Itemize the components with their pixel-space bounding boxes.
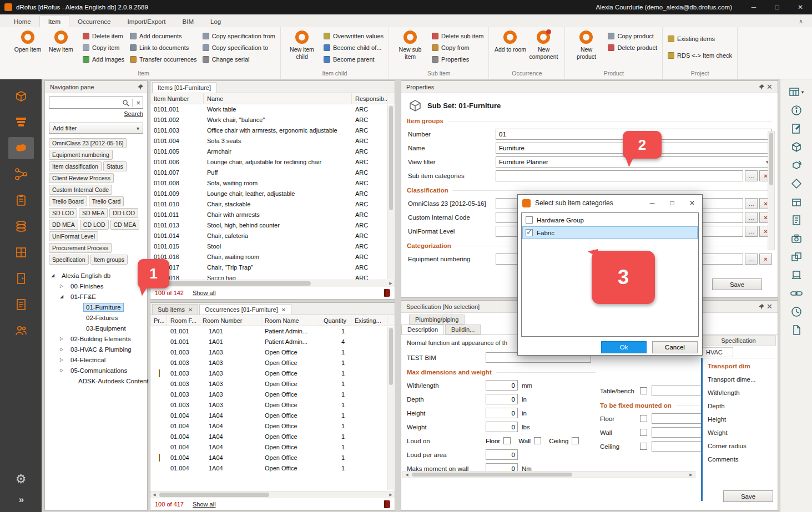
new-product-button[interactable]: New product — [570, 28, 602, 69]
properties-scrollbar[interactable] — [768, 131, 775, 250]
link-icon[interactable] — [790, 284, 803, 302]
pin-icon[interactable] — [137, 84, 144, 90]
new-sub-item-button[interactable]: New sub item — [394, 28, 426, 69]
ribbon-tab[interactable]: BIM — [174, 16, 202, 27]
column-room-name[interactable]: Room Name — [261, 315, 320, 326]
close-panel-icon[interactable]: ✕ — [765, 302, 774, 311]
browse-ellipsis-icon[interactable]: … — [745, 198, 758, 209]
column-room-number[interactable]: Room Number — [199, 315, 261, 326]
category-row[interactable]: Hardware Group — [522, 214, 698, 226]
add-to-room-button[interactable]: Add to room — [494, 28, 526, 69]
item-row[interactable]: 0101.018 Sacco bag ARC — [150, 273, 387, 280]
tree-item[interactable]: ◢ 01-FF&E — [49, 291, 143, 302]
item-row[interactable]: 0101.013 Stool, high, behind counter ARC — [150, 220, 387, 231]
fixed-mounted-checkbox[interactable] — [640, 443, 647, 450]
filter-chip[interactable]: SD MEA — [79, 208, 108, 218]
dimension-input[interactable] — [486, 408, 518, 418]
scroll-right-icon[interactable]: ▶ — [387, 280, 395, 287]
link-to-documents-button[interactable]: Link to documents — [130, 43, 197, 53]
close-icon[interactable]: ✕ — [682, 195, 702, 211]
item-row[interactable]: 0101.001 Work table ARC — [150, 104, 387, 115]
ribbon-tab[interactable]: Item — [39, 16, 69, 27]
expand-sidebar-icon[interactable]: » — [19, 494, 23, 505]
cancel-button[interactable]: Cancel — [652, 341, 698, 353]
reports-icon[interactable] — [8, 293, 34, 316]
rds-item-check-button[interactable]: RDS <-> Item check — [668, 50, 732, 60]
occurrences-horizontal-scrollbar[interactable]: ◀ ▶ — [150, 491, 395, 498]
occurrences-vertical-scrollbar[interactable] — [387, 327, 394, 490]
scroll-right-icon[interactable]: ▶ — [387, 491, 395, 498]
copy-from-button[interactable]: Copy from — [432, 43, 483, 53]
fixed-mounted-input[interactable] — [652, 441, 705, 452]
column-product[interactable]: Pr... — [150, 315, 167, 326]
filter-chip[interactable]: Procurement Process — [49, 243, 112, 253]
bim-object-icon[interactable] — [791, 138, 802, 156]
camera-icon[interactable] — [791, 229, 802, 247]
tree-expander-icon[interactable]: ▷ — [60, 347, 68, 352]
history-clock-icon[interactable] — [791, 302, 802, 321]
item-row[interactable]: 0101.002 Work chair, "balance" ARC — [150, 115, 387, 125]
pin-icon[interactable] — [758, 303, 765, 310]
fixed-mounted-input[interactable] — [652, 413, 705, 424]
tab-hvac[interactable]: HVAC — [701, 347, 733, 357]
tree-item[interactable]: ◢ Alexia English db — [49, 270, 143, 281]
delete-product-button[interactable]: Delete product — [608, 43, 657, 53]
pin-icon[interactable] — [758, 84, 765, 90]
ribbon-tab[interactable]: Home — [6, 16, 39, 27]
layers-stack-icon[interactable] — [8, 111, 34, 133]
occurrence-row[interactable]: 01.001 1A01 Patient Admin... 4 — [150, 337, 387, 347]
log-book-icon[interactable] — [384, 289, 390, 297]
transfer-occurrences-button[interactable]: Transfer occurrences — [130, 54, 197, 64]
spec-nav-item[interactable]: Weight — [708, 429, 776, 436]
filter-chip[interactable]: CD LOD — [80, 220, 109, 230]
items-vertical-scrollbar[interactable] — [387, 105, 394, 279]
scroll-left-icon[interactable]: ◀ — [403, 472, 411, 478]
tab-sub-items[interactable]: Sub items ✕ — [152, 304, 198, 315]
specification-save-button[interactable]: Save — [723, 490, 773, 502]
become-parent-button[interactable]: Become parent — [324, 54, 384, 64]
tree-item[interactable]: ADSK-Autodesk Content — [49, 376, 143, 386]
dimension-input[interactable] — [486, 380, 518, 391]
item-row[interactable]: 0101.016 Chair, waiting room ARC — [150, 252, 387, 262]
tree-expander-icon[interactable]: ▷ — [60, 336, 68, 341]
tree-item[interactable]: ▷ 04-Electrical — [49, 354, 143, 365]
table-bench-checkbox[interactable] — [640, 387, 647, 394]
search-input[interactable] — [52, 99, 122, 106]
tree-item[interactable]: ▷ 03-HVAC & Plumbing — [49, 344, 143, 354]
ribbon-tab[interactable]: Log — [202, 16, 229, 27]
column-quantity[interactable]: Quantity — [320, 315, 351, 326]
category-checkbox[interactable] — [526, 216, 533, 224]
occurrence-row[interactable]: 01.004 1A04 Open Office 1 — [150, 442, 387, 453]
occurrence-row[interactable]: 01.003 1A03 Open Office 1 — [150, 368, 387, 379]
tree-expander-icon[interactable]: ▷ — [60, 283, 68, 288]
item-row[interactable]: 0101.017 Chair, "Trip Trap" ARC — [150, 262, 387, 273]
item-row[interactable]: 0101.008 Sofa, waiting room ARC — [150, 178, 387, 189]
delete-sub-item-button[interactable]: Delete sub item — [432, 31, 483, 41]
become-child-of-button[interactable]: Become child of... — [324, 43, 384, 53]
loud-per-area-input[interactable] — [486, 449, 518, 460]
occurrence-row[interactable]: 01.001 1A01 Patient Admin... 1 — [150, 326, 387, 337]
maximize-icon[interactable]: □ — [765, 0, 789, 14]
browse-ellipsis-icon[interactable]: … — [745, 170, 758, 181]
users-icon[interactable] — [8, 320, 34, 342]
doors-icon[interactable] — [8, 267, 34, 290]
filter-chip[interactable]: Item groups — [90, 255, 128, 265]
fixed-mounted-checkbox[interactable] — [640, 415, 647, 422]
clear-search-icon[interactable]: × — [132, 99, 140, 107]
dimension-input[interactable] — [486, 422, 518, 432]
scroll-right-icon[interactable]: ▶ — [687, 472, 695, 478]
copy-item-button[interactable]: Copy item — [83, 43, 124, 53]
spec-nav-item[interactable]: Height — [708, 416, 776, 423]
loud-on-wall-checkbox[interactable] — [534, 437, 541, 444]
spec-nav-item[interactable]: Depth — [708, 403, 776, 409]
tree-item[interactable]: 01-Furniture — [49, 302, 143, 312]
filter-chip[interactable]: Status — [103, 161, 127, 171]
info-icon[interactable] — [791, 101, 802, 119]
spec-nav-item[interactable]: With/length — [708, 389, 776, 396]
existing-items-button[interactable]: Existing items — [668, 34, 732, 44]
item-row[interactable]: 0101.003 Office chair with armrests, erg… — [150, 125, 387, 136]
column-responsible[interactable]: Responsib... — [352, 93, 387, 104]
rooms-icon[interactable] — [8, 137, 34, 159]
open-item-button[interactable]: Open item — [12, 28, 44, 69]
browse-ellipsis-icon[interactable]: … — [745, 226, 758, 237]
